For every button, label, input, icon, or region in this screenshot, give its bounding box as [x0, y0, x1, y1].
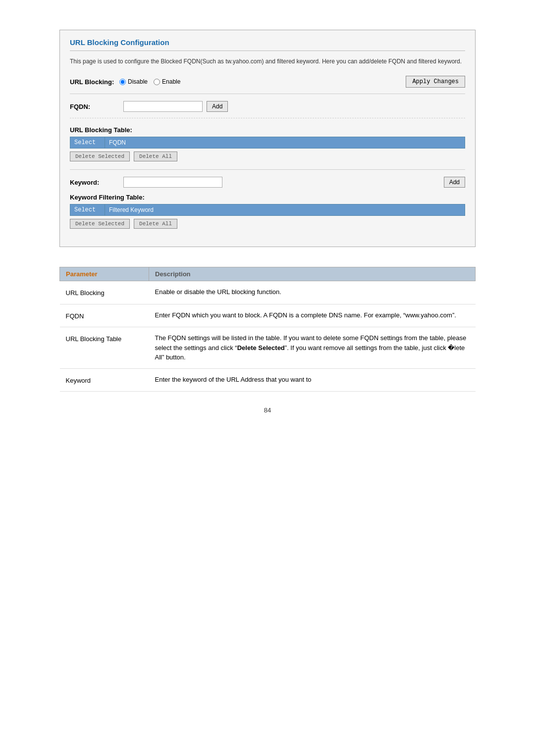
- keyword-input[interactable]: [123, 177, 222, 188]
- keyword-label: Keyword:: [70, 179, 114, 186]
- page-number: 84: [59, 406, 476, 414]
- enable-radio-label[interactable]: Enable: [154, 78, 180, 85]
- config-panel: URL Blocking Configuration This page is …: [59, 30, 476, 247]
- url-blocking-row: URL Blocking: Disable Enable Apply Chang…: [70, 76, 465, 94]
- keyword-filtering-table-section: Keyword Filtering Table: Select Filtered…: [70, 194, 465, 229]
- param-url-blocking: URL Blocking: [60, 281, 149, 304]
- description-table: Parameter Description URL Blocking Enabl…: [59, 267, 476, 392]
- desc-fqdn: Enter FQDN which you want to block. A FQ…: [149, 304, 476, 327]
- table-row: URL Blocking Table The FQDN settings wil…: [60, 327, 476, 369]
- keyword-row: Keyword: Add: [70, 177, 465, 188]
- disable-radio[interactable]: [119, 79, 126, 85]
- config-description: This page is used to configure the Block…: [70, 57, 465, 66]
- desc-url-blocking: Enable or disable the URL blocking funct…: [149, 281, 476, 304]
- url-blocking-table-title: URL Blocking Table:: [70, 126, 465, 134]
- fqdn-add-button[interactable]: Add: [207, 101, 228, 112]
- table-row: URL Blocking Enable or disable the URL b…: [60, 281, 476, 304]
- table-row: FQDN Enter FQDN which you want to block.…: [60, 304, 476, 327]
- url-delete-selected-button[interactable]: Delete Selected: [70, 151, 130, 161]
- fqdn-input[interactable]: [123, 101, 203, 112]
- keyword-add-button[interactable]: Add: [444, 177, 465, 188]
- url-table-header: Select FQDN: [70, 137, 465, 149]
- kw-table-col: Filtered Keyword: [105, 204, 465, 215]
- desc-url-blocking-table: The FQDN settings will be listed in the …: [149, 327, 476, 369]
- disable-label: Disable: [128, 78, 148, 85]
- url-table-fqdn-col: FQDN: [105, 137, 465, 148]
- fqdn-label: FQDN:: [70, 103, 114, 110]
- table-header-param: Parameter: [60, 267, 149, 281]
- table-row: Keyword Enter the keyword of the URL Add…: [60, 368, 476, 392]
- kw-delete-all-button[interactable]: Delete All: [134, 219, 177, 229]
- param-url-blocking-table: URL Blocking Table: [60, 327, 149, 369]
- param-fqdn: FQDN: [60, 304, 149, 327]
- desc-keyword: Enter the keyword of the URL Address tha…: [149, 368, 476, 392]
- url-blocking-label: URL Blocking:: [70, 78, 114, 86]
- radio-group: Disable Enable: [119, 78, 406, 85]
- disable-radio-label[interactable]: Disable: [119, 78, 148, 85]
- kw-table-header: Select Filtered Keyword: [70, 204, 465, 216]
- kw-table-actions: Delete Selected Delete All: [70, 219, 465, 229]
- kw-delete-selected-button[interactable]: Delete Selected: [70, 219, 130, 229]
- kw-table-select-col[interactable]: Select: [70, 204, 105, 215]
- url-blocking-table-section: URL Blocking Table: Select FQDN Delete S…: [70, 126, 465, 161]
- enable-label: Enable: [162, 78, 180, 85]
- url-table-select-col[interactable]: Select: [70, 137, 105, 148]
- param-keyword: Keyword: [60, 368, 149, 392]
- separator: [70, 169, 465, 170]
- desc-delete-selected-bold: Delete Selected: [237, 344, 285, 352]
- apply-changes-button[interactable]: Apply Changes: [406, 76, 465, 88]
- url-delete-all-button[interactable]: Delete All: [134, 151, 177, 161]
- config-title: URL Blocking Configuration: [70, 38, 465, 51]
- enable-radio[interactable]: [154, 79, 160, 85]
- fqdn-row: FQDN: Add: [70, 101, 465, 118]
- url-table-actions: Delete Selected Delete All: [70, 151, 465, 161]
- table-header-desc: Description: [149, 267, 476, 281]
- keyword-table-title: Keyword Filtering Table:: [70, 194, 465, 201]
